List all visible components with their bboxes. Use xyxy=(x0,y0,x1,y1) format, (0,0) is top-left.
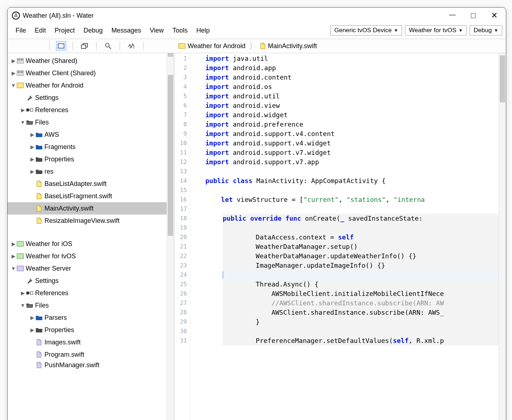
expand-icon[interactable]: ▶ xyxy=(10,241,16,247)
tree-item[interactable]: ▶References xyxy=(8,287,167,299)
expand-icon[interactable]: ▶ xyxy=(29,132,35,137)
code-editor[interactable]: 1234567891011121314151617181920212223242… xyxy=(174,53,506,420)
svg-rect-22 xyxy=(30,292,33,294)
code-area[interactable]: import java.utilimport android.appimport… xyxy=(190,53,499,420)
svg-rect-9 xyxy=(18,59,20,60)
svg-point-5 xyxy=(129,47,131,48)
tree-item[interactable]: ▶Fragments xyxy=(8,141,167,153)
menu-view[interactable]: View xyxy=(145,25,168,36)
tree-item-label: Weather (Shared) xyxy=(26,57,77,65)
svg-point-3 xyxy=(106,43,109,47)
tree-item[interactable]: ▶Weather for iOS xyxy=(8,238,167,250)
tree-item[interactable]: ▶Parsers xyxy=(8,311,167,324)
expand-icon[interactable]: ▶ xyxy=(29,327,35,333)
device-selector[interactable]: Generic tvOS Device▼ xyxy=(330,25,402,35)
expand-icon[interactable]: ▶ xyxy=(20,107,26,113)
svg-rect-16 xyxy=(30,109,33,111)
tree-item-label: Properties xyxy=(44,156,74,163)
tree-toolbar xyxy=(8,39,174,53)
menu-messages[interactable]: Messages xyxy=(107,25,145,36)
tree-item[interactable]: Settings xyxy=(8,275,167,287)
expand-icon[interactable]: ▶ xyxy=(10,253,16,259)
tree-item[interactable]: Program.swift xyxy=(8,348,167,361)
tree-item[interactable]: Images.swift xyxy=(8,336,167,348)
svg-rect-10 xyxy=(21,59,23,60)
proj-green-icon xyxy=(16,241,24,247)
breadcrumb-project[interactable]: Weather for Android xyxy=(178,42,246,50)
proj-yellow-icon xyxy=(16,82,24,89)
breadcrumb-file[interactable]: MainActivity.swift xyxy=(260,42,317,50)
tree-item[interactable]: ▼Weather Server xyxy=(8,262,167,275)
tree-item[interactable]: ▶References xyxy=(8,104,167,116)
tree-item-label: Images.swift xyxy=(44,339,81,346)
tree-item[interactable]: BaseListAdapter.swift xyxy=(8,178,167,190)
tree-item[interactable]: ▼Files xyxy=(8,116,167,128)
tree-item[interactable]: ▼Weather for Android xyxy=(8,79,167,92)
menu-help[interactable]: Help xyxy=(192,25,214,36)
tree-item-label: BaseListAdapter.swift xyxy=(44,180,107,188)
folder-blue-icon xyxy=(35,131,43,138)
svg-rect-18 xyxy=(17,241,24,246)
maximize-button[interactable]: □ xyxy=(470,11,477,20)
expand-icon[interactable]: ▶ xyxy=(29,156,35,162)
tree-item-label: Weather for iOS xyxy=(26,240,72,248)
tree-item-label: References xyxy=(35,106,68,114)
view-stack-icon[interactable] xyxy=(80,41,90,51)
tree-item-label: Properties xyxy=(44,326,74,334)
tree-item[interactable]: ▶Weather Client (Shared) xyxy=(8,67,167,79)
tree-item[interactable]: PushManager.swift xyxy=(8,361,167,369)
svg-rect-20 xyxy=(17,266,24,271)
tree-item[interactable]: Settings xyxy=(8,92,167,104)
tree-item[interactable]: ▶res xyxy=(8,165,167,178)
file-swift-icon xyxy=(35,217,43,224)
svg-rect-12 xyxy=(18,71,20,73)
menu-edit[interactable]: Edit xyxy=(30,25,50,36)
tree-item[interactable]: ▶Weather (Shared) xyxy=(8,55,167,67)
expand-icon[interactable]: ▶ xyxy=(10,58,16,64)
menu-file[interactable]: File xyxy=(11,25,30,36)
editor-vertical-scrollbar[interactable] xyxy=(499,53,506,420)
tree-item[interactable]: MainActivity.swift xyxy=(8,202,167,215)
view-projects-icon[interactable] xyxy=(56,41,66,51)
refs-icon xyxy=(26,290,34,296)
close-button[interactable]: ✕ xyxy=(491,11,498,20)
expand-icon[interactable]: ▶ xyxy=(10,70,16,76)
collapse-icon[interactable]: ▼ xyxy=(10,82,16,88)
expand-icon[interactable]: ▶ xyxy=(20,290,26,296)
tree-item[interactable]: BaseListFragment.swift xyxy=(8,190,167,202)
folder-blue-icon xyxy=(35,314,43,321)
expand-icon[interactable]: ▶ xyxy=(29,144,35,150)
proj-lilac-icon xyxy=(16,265,24,272)
tree-item[interactable]: ▶Properties xyxy=(8,324,167,336)
collapse-icon[interactable]: ▼ xyxy=(20,302,26,308)
tree-item-label: Files xyxy=(35,119,49,126)
tree-item[interactable]: ▶Properties xyxy=(8,153,167,165)
expand-icon[interactable]: ▶ xyxy=(29,169,35,174)
tree-scrollbar[interactable] xyxy=(167,53,174,420)
expand-icon[interactable]: ▶ xyxy=(29,315,35,321)
svg-rect-21 xyxy=(26,292,29,294)
menu-debug[interactable]: Debug xyxy=(79,25,107,36)
config-selector[interactable]: Debug▼ xyxy=(470,25,502,35)
activity-icon[interactable] xyxy=(127,41,137,51)
tree-item[interactable]: ▶AWS xyxy=(8,128,167,141)
tree-item[interactable]: ▶Weather for tvOS xyxy=(8,250,167,262)
menu-tools[interactable]: Tools xyxy=(168,25,192,36)
minimize-button[interactable]: — xyxy=(449,11,456,20)
svg-rect-0 xyxy=(58,44,64,48)
editor-toolbar: Weather for Android 〉 MainActivity.swift xyxy=(174,39,506,53)
target-selector[interactable]: Weather for tvOS▼ xyxy=(405,25,467,35)
tree-item-label: Weather for tvOS xyxy=(26,253,76,260)
chevron-right-icon: 〉 xyxy=(249,41,256,51)
search-icon[interactable] xyxy=(103,41,113,51)
refs-icon xyxy=(26,107,34,113)
collapse-icon[interactable]: ▼ xyxy=(10,266,16,271)
tree-item[interactable]: ▼Files xyxy=(8,299,167,311)
menu-project[interactable]: Project xyxy=(50,25,79,36)
collapse-icon[interactable]: ▼ xyxy=(20,119,26,125)
tree-item-label: References xyxy=(35,289,68,297)
folder-dark-icon xyxy=(35,327,43,333)
tree-item[interactable]: ResizableImageView.swift xyxy=(8,215,167,227)
svg-line-4 xyxy=(109,47,111,49)
tree-item-label: Weather Server xyxy=(26,265,71,272)
